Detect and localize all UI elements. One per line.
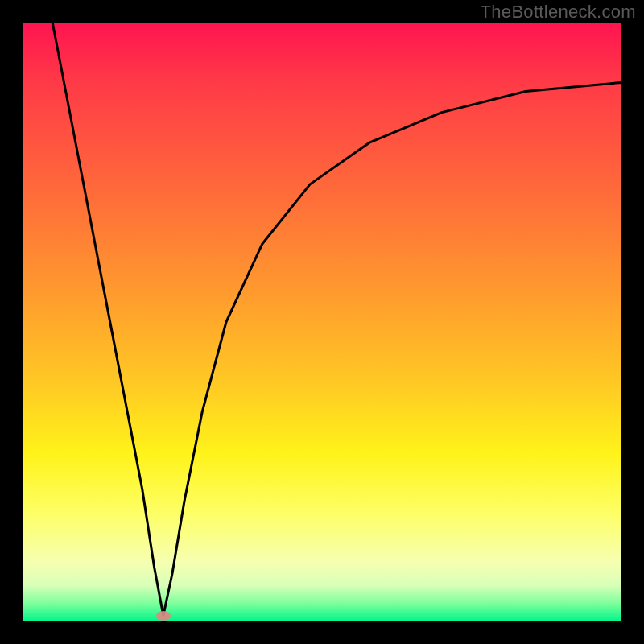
bottleneck-curve [23, 23, 621, 621]
plot-area [23, 23, 621, 621]
minimum-marker [156, 611, 171, 621]
attribution-label: TheBottleneck.com [481, 2, 636, 23]
chart-container: TheBottleneck.com [0, 0, 644, 644]
